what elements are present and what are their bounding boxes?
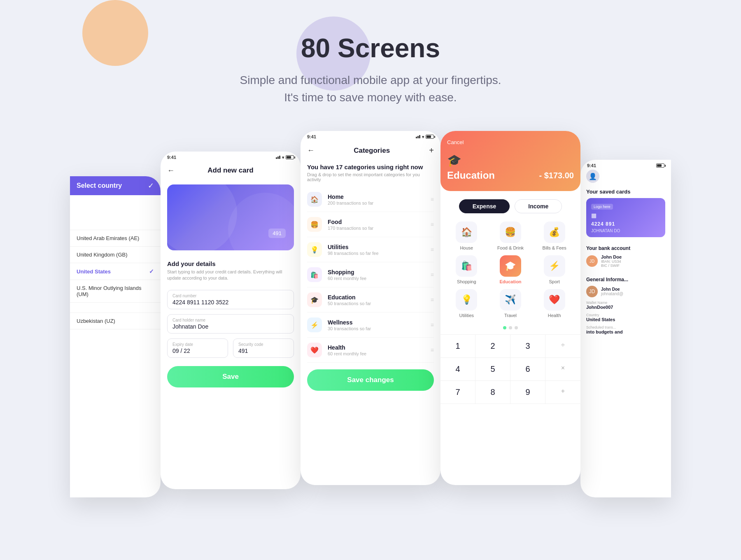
cancel-button[interactable]: Cancel [447, 139, 464, 145]
add-details-title: Add your details [167, 260, 294, 267]
numpad-divide[interactable]: ÷ [545, 335, 580, 358]
country-item[interactable] [70, 220, 161, 230]
country-list: United Arab Emirates (AE) United Kingdom… [70, 217, 161, 333]
numpad-4[interactable]: 4 [440, 358, 475, 381]
grid-cat-shopping[interactable]: 🛍️ Shopping [447, 255, 486, 284]
security-label: Security code [238, 342, 289, 347]
list-item[interactable]: ⚡ Wellness 30 transactions so far ≡ [307, 313, 434, 338]
hero-title: 80 Screens [0, 33, 741, 63]
save-changes-button[interactable]: Save changes [307, 369, 434, 391]
security-value: 491 [238, 348, 289, 354]
list-item[interactable]: 🎓 Education 50 transactions so far ≡ [307, 287, 434, 313]
wallet-name-field: Wallet Name JohnDoe007 [580, 299, 671, 311]
numpad-1[interactable]: 1 [440, 335, 475, 358]
drag-handle[interactable]: ≡ [431, 196, 434, 203]
country-item[interactable] [70, 303, 161, 313]
grid-cat-sport[interactable]: ⚡ Sport [535, 255, 574, 284]
security-field[interactable]: Security code 491 [233, 338, 294, 358]
card-holder-field[interactable]: Card holder name Johnatan Doe [167, 314, 294, 334]
card-number-field[interactable]: Card number 4224 8911 1120 3522 [167, 290, 294, 309]
status-icons: ▾ [276, 155, 294, 160]
country-item[interactable]: United Arab Emirates (AE) [70, 230, 161, 247]
time-saved: 9:41 [587, 163, 596, 168]
utilities-cat-icon: 💡 [307, 242, 322, 257]
country-selected-check: ✓ [149, 268, 154, 275]
country-search[interactable] [75, 198, 156, 213]
bank-section-title: Your bank account [586, 245, 665, 251]
add-category-button[interactable]: + [429, 146, 434, 155]
list-item[interactable]: 🍔 Food 170 transactions so far ≡ [307, 212, 434, 237]
back-button[interactable]: ← [167, 166, 175, 175]
drag-handle[interactable]: ≡ [431, 271, 434, 278]
wifi-icon-cat: ▾ [422, 135, 424, 139]
card-bottom-fields: Expiry date 09 / 22 Security code 491 [167, 338, 294, 358]
utilities-grid-label: Utilities [459, 313, 474, 318]
numpad-6[interactable]: 6 [510, 358, 545, 381]
bank-avatar: JD [586, 255, 598, 267]
numpad-9[interactable]: 9 [510, 381, 545, 404]
travel-grid-label: Travel [504, 313, 517, 318]
dot-3 [515, 326, 518, 329]
profile-icon[interactable]: 👤 [586, 170, 599, 183]
category-grid: 🏠 House 🍔 Food & Drink 💰 Bills & Fees 🛍️… [440, 218, 580, 321]
education-grid-label: Education [499, 279, 521, 284]
grid-cat-house[interactable]: 🏠 House [447, 222, 486, 250]
numpad-8[interactable]: 8 [475, 381, 510, 404]
bank-section: Your bank account JD John Doe IBAN: US34… [580, 242, 671, 274]
country-item-selected[interactable]: United States ✓ [70, 263, 161, 280]
bank-info: John Doe IBAN: US34 BIC / SWIF [601, 254, 622, 268]
time: 9:41 [167, 155, 176, 160]
pagination-dots [440, 321, 580, 334]
user-info-row: JD John Doe johnatand@ [580, 284, 671, 299]
bank-name: John Doe [601, 254, 622, 259]
hero-subtitle-line2: It's time to save money with ease. [284, 91, 457, 104]
list-item[interactable]: 💡 Utilities 98 transactions so far fee ≡ [307, 237, 434, 262]
country-item[interactable]: United Kingdom (GB) [70, 247, 161, 263]
shopping-grid-label: Shopping [457, 279, 476, 284]
numpad-multiply[interactable]: × [545, 358, 580, 381]
country-checkmark[interactable]: ✓ [148, 181, 154, 190]
grid-cat-health[interactable]: ❤️ Health [535, 289, 574, 318]
house-grid-label: House [460, 245, 473, 250]
numpad-7[interactable]: 7 [440, 381, 475, 404]
home-cat-icon: 🏠 [307, 192, 322, 207]
holder-value: Johnatan Doe [172, 323, 289, 330]
expiry-field[interactable]: Expiry date 09 / 22 [167, 338, 228, 358]
list-item[interactable]: 🛍️ Shopping 60 rent monthly fee ≡ [307, 262, 434, 287]
drag-handle[interactable]: ≡ [431, 246, 434, 253]
numpad-2[interactable]: 2 [475, 335, 510, 358]
numpad-3[interactable]: 3 [510, 335, 545, 358]
signal-icon [276, 156, 280, 159]
drag-handle[interactable]: ≡ [431, 347, 434, 353]
utilities-grid-icon: 💡 [456, 289, 477, 310]
country-value: United States [586, 317, 665, 322]
shopping-cat-icon: 🛍️ [307, 267, 322, 282]
income-toggle[interactable]: Income [515, 199, 562, 213]
save-card-button[interactable]: Save [167, 366, 294, 387]
user-info: John Doe johnatand@ [601, 287, 623, 296]
house-grid-icon: 🏠 [456, 222, 477, 243]
education-grid-icon: 🎓 [500, 255, 521, 277]
card-preview-number: 491 [268, 229, 286, 238]
screen-saved-cards: 9:41 👤 Your saved cards Logo here ▦ 4224… [580, 160, 671, 497]
country-item[interactable]: U.S. Minor Outlying Islands (UM) [70, 280, 161, 303]
drag-handle[interactable]: ≡ [431, 296, 434, 303]
cat-back-button[interactable]: ← [307, 146, 315, 155]
grid-cat-education[interactable]: 🎓 Education [491, 255, 530, 284]
drag-handle[interactable]: ≡ [431, 221, 434, 228]
dot-1 [503, 326, 506, 329]
grid-cat-food[interactable]: 🍔 Food & Drink [491, 222, 530, 250]
drag-handle[interactable]: ≡ [431, 322, 434, 328]
list-item[interactable]: 🏠 Home 200 transactions so far ≡ [307, 187, 434, 212]
numpad-5[interactable]: 5 [475, 358, 510, 381]
numpad-add[interactable]: + [545, 381, 580, 404]
grid-cat-bills[interactable]: 💰 Bills & Fees [535, 222, 574, 250]
expense-toggle[interactable]: Expense [459, 199, 510, 213]
hero-section: 80 Screens Simple and functional mobile … [0, 0, 741, 106]
add-details-section: Add your details Start typing to add you… [161, 255, 301, 285]
grid-cat-travel[interactable]: ✈️ Travel [491, 289, 530, 318]
grid-cat-utilities[interactable]: 💡 Utilities [447, 289, 486, 318]
list-item[interactable]: ❤️ Health 60 rent monthly fee ≡ [307, 338, 434, 363]
status-bar-cat: 9:41 ▾ [301, 131, 440, 141]
country-item[interactable]: Uzbekistan (UZ) [70, 313, 161, 329]
